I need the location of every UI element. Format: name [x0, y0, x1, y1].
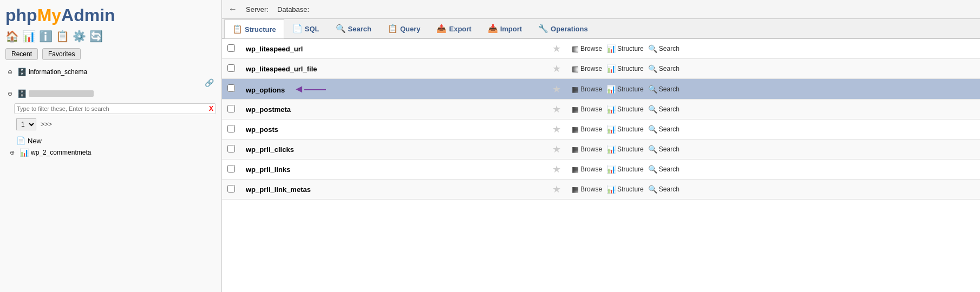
search-link[interactable]: 🔍 Search	[648, 105, 680, 114]
logo: phpMyAdmin	[5, 5, 216, 25]
tab-sql[interactable]: 📄 SQL	[284, 19, 328, 38]
back-button[interactable]: ←	[228, 4, 237, 14]
db-icon: 🗄️	[17, 68, 27, 76]
home-icon[interactable]: 🏠	[5, 30, 19, 43]
new-item[interactable]: 📄 New	[14, 135, 216, 147]
filter-input[interactable]	[17, 105, 209, 112]
row-checkbox[interactable]	[227, 185, 235, 193]
structure-tab-label: Structure	[245, 25, 276, 34]
refresh-icon[interactable]: 🔄	[89, 30, 103, 43]
arrows-label: >>>	[41, 121, 52, 128]
copy-icon[interactable]: 📋	[56, 30, 69, 43]
star-icon[interactable]: ★	[552, 124, 561, 135]
table-name[interactable]: wp_prli_links	[240, 160, 547, 180]
tree-item-wp2[interactable]: ⊕ 📊 wp_2_commentmeta	[8, 147, 216, 158]
row-checkbox[interactable]	[227, 44, 235, 52]
browse-icon: ▦	[572, 185, 579, 194]
search-link[interactable]: 🔍 Search	[648, 64, 680, 73]
tree-item-information-schema[interactable]: ⊕ 🗄️ information_schema	[5, 67, 216, 77]
search-tab-icon: 🔍	[336, 24, 346, 34]
row-checkbox[interactable]	[227, 145, 235, 152]
info-icon[interactable]: ℹ️	[39, 30, 53, 43]
star-icon[interactable]: ★	[552, 104, 561, 115]
table-icon[interactable]: 📊	[22, 30, 36, 43]
star-cell: ★	[547, 39, 566, 59]
star-icon[interactable]: ★	[552, 43, 561, 54]
action-cell: ▦ Browse📊 Structure🔍 Search	[566, 79, 980, 99]
search-link[interactable]: 🔍 Search	[648, 44, 680, 53]
row-checkbox[interactable]	[227, 84, 235, 92]
settings-icon[interactable]: ⚙️	[73, 30, 86, 43]
structure-link[interactable]: 📊 Structure	[606, 44, 644, 53]
tab-export[interactable]: 📤 Export	[428, 19, 479, 38]
clear-filter-button[interactable]: X	[209, 105, 213, 112]
database-label: Database:	[277, 5, 309, 14]
structure-link[interactable]: 📊 Structure	[606, 105, 644, 114]
row-checkbox[interactable]	[227, 64, 235, 72]
tree-item-current-db[interactable]: ⊖ 🗄️	[5, 88, 216, 99]
row-checkbox[interactable]	[227, 165, 235, 172]
browse-link[interactable]: ▦ Browse	[572, 44, 602, 53]
star-icon[interactable]: ★	[552, 144, 561, 155]
new-label: New	[28, 137, 42, 145]
browse-link[interactable]: ▦ Browse	[572, 105, 602, 114]
tab-structure[interactable]: 📋 Structure	[224, 19, 284, 38]
star-icon[interactable]: ★	[552, 164, 561, 175]
star-icon[interactable]: ★	[552, 63, 561, 74]
browse-link[interactable]: ▦ Browse	[572, 64, 602, 73]
search-link[interactable]: 🔍 Search	[648, 185, 680, 194]
structure-link[interactable]: 📊 Structure	[606, 165, 644, 174]
export-tab-label: Export	[449, 25, 471, 33]
search-link[interactable]: 🔍 Search	[648, 125, 680, 134]
table-name[interactable]: wp_options ◄——	[240, 79, 547, 99]
action-cell: ▦ Browse📊 Structure🔍 Search	[566, 140, 980, 160]
table-name[interactable]: wp_litespeed_url	[240, 39, 547, 59]
browse-link[interactable]: ▦ Browse	[572, 185, 602, 194]
table-row: wp_litespeed_url_file★▦ Browse📊 Structur…	[222, 59, 980, 79]
structure-link[interactable]: 📊 Structure	[606, 185, 644, 194]
table-name[interactable]: wp_postmeta	[240, 99, 547, 120]
browse-icon: ▦	[572, 165, 579, 174]
recent-button[interactable]: Recent	[5, 48, 38, 60]
search-icon: 🔍	[648, 145, 657, 154]
tab-import[interactable]: 📥 Import	[480, 19, 530, 38]
search-link[interactable]: 🔍 Search	[648, 165, 680, 174]
search-tab-label: Search	[348, 25, 371, 33]
search-link[interactable]: 🔍 Search	[648, 145, 680, 154]
search-link[interactable]: 🔍 Search	[648, 85, 680, 94]
table-name[interactable]: wp_prli_link_metas	[240, 180, 547, 200]
star-cell: ★	[547, 160, 566, 180]
star-icon[interactable]: ★	[552, 84, 561, 95]
table-name[interactable]: wp_litespeed_url_file	[240, 59, 547, 79]
structure-link[interactable]: 📊 Structure	[606, 125, 644, 134]
table-row: wp_prli_links★▦ Browse📊 Structure🔍 Searc…	[222, 160, 980, 180]
browse-link[interactable]: ▦ Browse	[572, 125, 602, 134]
browse-link[interactable]: ▦ Browse	[572, 85, 602, 94]
tab-query[interactable]: 📋 Query	[380, 19, 429, 38]
tab-search[interactable]: 🔍 Search	[328, 19, 380, 38]
wp2-expand-icon: ⊕	[10, 149, 17, 156]
logo-admin: Admin	[61, 5, 115, 25]
table-name[interactable]: wp_posts	[240, 120, 547, 140]
table-name[interactable]: wp_prli_clicks	[240, 140, 547, 160]
page-select[interactable]: 1	[16, 118, 36, 130]
structure-icon: 📊	[606, 85, 616, 94]
tab-operations[interactable]: 🔧 Operations	[530, 19, 596, 38]
link-icon: 🔗	[205, 78, 214, 87]
star-cell: ★	[547, 99, 566, 120]
structure-link[interactable]: 📊 Structure	[606, 145, 644, 154]
pagination-row: 1 >>>	[14, 118, 216, 130]
row-checkbox[interactable]	[227, 105, 235, 112]
star-icon[interactable]: ★	[552, 184, 561, 195]
browse-link[interactable]: ▦ Browse	[572, 165, 602, 174]
structure-link[interactable]: 📊 Structure	[606, 85, 644, 94]
row-checkbox[interactable]	[227, 125, 235, 132]
tree-area: ⊕ 🗄️ information_schema 🔗 ⊖ 🗄️ X 1 >>> 📄…	[5, 67, 216, 287]
browse-link[interactable]: ▦ Browse	[572, 145, 602, 154]
table-row: wp_postmeta★▦ Browse📊 Structure🔍 Search	[222, 99, 980, 120]
favorites-button[interactable]: Favorites	[42, 48, 81, 60]
structure-icon: 📊	[606, 44, 616, 53]
structure-link[interactable]: 📊 Structure	[606, 64, 644, 73]
star-cell: ★	[547, 120, 566, 140]
search-icon: 🔍	[648, 125, 657, 134]
